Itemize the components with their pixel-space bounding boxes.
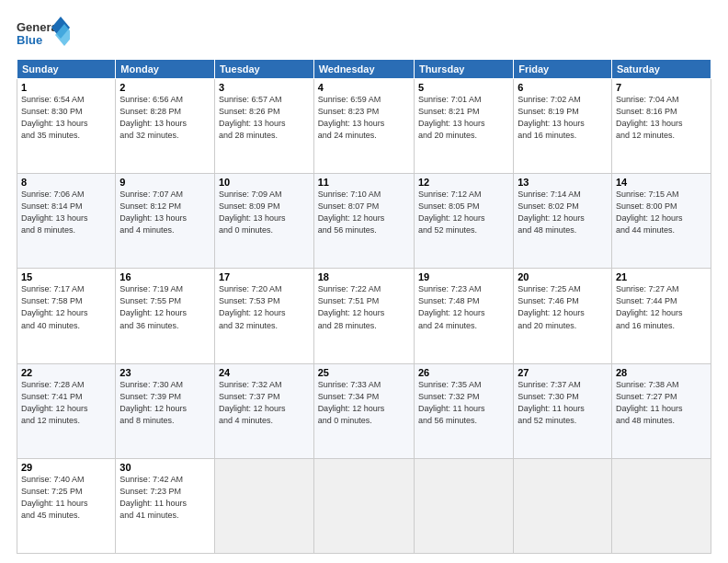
day-info: Sunrise: 7:32 AM Sunset: 7:37 PM Dayligh… <box>219 379 310 427</box>
day-info: Sunrise: 7:30 AM Sunset: 7:39 PM Dayligh… <box>119 379 210 427</box>
day-info: Sunrise: 6:57 AM Sunset: 8:26 PM Dayligh… <box>219 94 310 142</box>
day-number: 16 <box>119 271 210 282</box>
day-info: Sunrise: 7:20 AM Sunset: 7:53 PM Dayligh… <box>219 283 310 331</box>
day-number: 23 <box>119 367 210 378</box>
day-info: Sunrise: 6:54 AM Sunset: 8:30 PM Dayligh… <box>21 94 111 142</box>
calendar-week-4: 29Sunrise: 7:40 AM Sunset: 7:25 PM Dayli… <box>17 458 711 553</box>
day-number: 19 <box>418 271 509 282</box>
calendar-cell: 19Sunrise: 7:23 AM Sunset: 7:48 PM Dayli… <box>414 269 513 363</box>
calendar-cell: 24Sunrise: 7:32 AM Sunset: 7:37 PM Dayli… <box>214 363 313 458</box>
weekday-tuesday: Tuesday <box>214 60 313 79</box>
calendar-cell: 2Sunrise: 6:56 AM Sunset: 8:28 PM Daylig… <box>116 79 215 174</box>
calendar-cell: 25Sunrise: 7:33 AM Sunset: 7:34 PM Dayli… <box>313 363 414 458</box>
calendar-cell: 12Sunrise: 7:12 AM Sunset: 8:05 PM Dayli… <box>414 174 513 269</box>
day-number: 9 <box>119 177 210 188</box>
calendar-cell: 29Sunrise: 7:40 AM Sunset: 7:25 PM Dayli… <box>17 458 116 553</box>
calendar-cell: 30Sunrise: 7:42 AM Sunset: 7:23 PM Dayli… <box>116 458 215 553</box>
calendar-cell: 22Sunrise: 7:28 AM Sunset: 7:41 PM Dayli… <box>17 363 116 458</box>
weekday-thursday: Thursday <box>414 60 513 79</box>
svg-text:Blue: Blue <box>17 33 42 47</box>
day-info: Sunrise: 7:14 AM Sunset: 8:02 PM Dayligh… <box>518 189 608 236</box>
calendar-cell: 13Sunrise: 7:14 AM Sunset: 8:02 PM Dayli… <box>514 174 612 269</box>
day-info: Sunrise: 6:56 AM Sunset: 8:28 PM Dayligh… <box>119 94 210 142</box>
calendar-cell: 18Sunrise: 7:22 AM Sunset: 7:51 PM Dayli… <box>313 269 414 363</box>
day-info: Sunrise: 7:37 AM Sunset: 7:30 PM Dayligh… <box>518 379 608 427</box>
calendar-cell: 23Sunrise: 7:30 AM Sunset: 7:39 PM Dayli… <box>116 363 215 458</box>
day-info: Sunrise: 7:04 AM Sunset: 8:16 PM Dayligh… <box>616 94 707 142</box>
day-number: 25 <box>318 367 410 378</box>
day-number: 10 <box>219 177 310 188</box>
day-number: 27 <box>518 367 608 378</box>
calendar-week-0: 1Sunrise: 6:54 AM Sunset: 8:30 PM Daylig… <box>17 79 711 174</box>
calendar-cell: 16Sunrise: 7:19 AM Sunset: 7:55 PM Dayli… <box>116 269 215 363</box>
calendar-cell: 20Sunrise: 7:25 AM Sunset: 7:46 PM Dayli… <box>514 269 612 363</box>
calendar-cell: 8Sunrise: 7:06 AM Sunset: 8:14 PM Daylig… <box>17 174 116 269</box>
calendar-week-1: 8Sunrise: 7:06 AM Sunset: 8:14 PM Daylig… <box>17 174 711 269</box>
day-info: Sunrise: 7:06 AM Sunset: 8:14 PM Dayligh… <box>21 189 111 236</box>
day-info: Sunrise: 7:01 AM Sunset: 8:21 PM Dayligh… <box>418 94 509 142</box>
calendar-cell: 28Sunrise: 7:38 AM Sunset: 7:27 PM Dayli… <box>611 363 711 458</box>
day-number: 8 <box>21 177 111 188</box>
calendar-cell <box>514 458 612 553</box>
day-info: Sunrise: 7:09 AM Sunset: 8:09 PM Dayligh… <box>219 189 310 236</box>
weekday-header-row: SundayMondayTuesdayWednesdayThursdayFrid… <box>17 60 711 79</box>
day-number: 20 <box>518 271 608 282</box>
day-info: Sunrise: 7:12 AM Sunset: 8:05 PM Dayligh… <box>418 189 509 236</box>
day-number: 15 <box>21 271 111 282</box>
calendar-cell: 10Sunrise: 7:09 AM Sunset: 8:09 PM Dayli… <box>214 174 313 269</box>
day-number: 12 <box>418 177 509 188</box>
day-info: Sunrise: 7:23 AM Sunset: 7:48 PM Dayligh… <box>418 283 509 331</box>
day-info: Sunrise: 7:28 AM Sunset: 7:41 PM Dayligh… <box>21 379 111 427</box>
logo-svg: General Blue <box>17 17 70 52</box>
day-info: Sunrise: 7:17 AM Sunset: 7:58 PM Dayligh… <box>21 283 111 331</box>
day-number: 6 <box>518 82 608 93</box>
day-number: 7 <box>616 82 707 93</box>
calendar-cell: 21Sunrise: 7:27 AM Sunset: 7:44 PM Dayli… <box>611 269 711 363</box>
weekday-wednesday: Wednesday <box>313 60 414 79</box>
day-info: Sunrise: 7:10 AM Sunset: 8:07 PM Dayligh… <box>318 189 410 236</box>
day-info: Sunrise: 7:38 AM Sunset: 7:27 PM Dayligh… <box>616 379 707 427</box>
day-number: 11 <box>318 177 410 188</box>
day-info: Sunrise: 7:27 AM Sunset: 7:44 PM Dayligh… <box>616 283 707 331</box>
calendar-cell: 6Sunrise: 7:02 AM Sunset: 8:19 PM Daylig… <box>514 79 612 174</box>
day-info: Sunrise: 7:15 AM Sunset: 8:00 PM Dayligh… <box>616 189 707 236</box>
calendar-cell: 9Sunrise: 7:07 AM Sunset: 8:12 PM Daylig… <box>116 174 215 269</box>
day-info: Sunrise: 7:33 AM Sunset: 7:34 PM Dayligh… <box>318 379 410 427</box>
calendar-cell <box>313 458 414 553</box>
day-number: 5 <box>418 82 509 93</box>
day-number: 22 <box>21 367 111 378</box>
calendar-cell <box>611 458 711 553</box>
day-number: 3 <box>219 82 310 93</box>
calendar-cell: 5Sunrise: 7:01 AM Sunset: 8:21 PM Daylig… <box>414 79 513 174</box>
weekday-friday: Friday <box>514 60 612 79</box>
day-info: Sunrise: 7:35 AM Sunset: 7:32 PM Dayligh… <box>418 379 509 427</box>
day-number: 21 <box>616 271 707 282</box>
calendar-week-2: 15Sunrise: 7:17 AM Sunset: 7:58 PM Dayli… <box>17 269 711 363</box>
day-number: 17 <box>219 271 310 282</box>
calendar-cell: 11Sunrise: 7:10 AM Sunset: 8:07 PM Dayli… <box>313 174 414 269</box>
day-number: 24 <box>219 367 310 378</box>
day-number: 18 <box>318 271 410 282</box>
day-info: Sunrise: 7:40 AM Sunset: 7:25 PM Dayligh… <box>21 474 111 522</box>
day-info: Sunrise: 6:59 AM Sunset: 8:23 PM Dayligh… <box>318 94 410 142</box>
day-info: Sunrise: 7:02 AM Sunset: 8:19 PM Dayligh… <box>518 94 608 142</box>
calendar-cell: 4Sunrise: 6:59 AM Sunset: 8:23 PM Daylig… <box>313 79 414 174</box>
calendar-cell: 7Sunrise: 7:04 AM Sunset: 8:16 PM Daylig… <box>611 79 711 174</box>
weekday-saturday: Saturday <box>611 60 711 79</box>
calendar-cell <box>214 458 313 553</box>
calendar-week-3: 22Sunrise: 7:28 AM Sunset: 7:41 PM Dayli… <box>17 363 711 458</box>
day-info: Sunrise: 7:42 AM Sunset: 7:23 PM Dayligh… <box>119 474 210 522</box>
weekday-sunday: Sunday <box>17 60 116 79</box>
header: General Blue <box>17 17 711 52</box>
calendar-cell: 27Sunrise: 7:37 AM Sunset: 7:30 PM Dayli… <box>514 363 612 458</box>
calendar-table: SundayMondayTuesdayWednesdayThursdayFrid… <box>17 59 711 554</box>
calendar-cell <box>414 458 513 553</box>
logo: General Blue <box>17 17 70 52</box>
calendar-cell: 14Sunrise: 7:15 AM Sunset: 8:00 PM Dayli… <box>611 174 711 269</box>
day-number: 4 <box>318 82 410 93</box>
day-info: Sunrise: 7:19 AM Sunset: 7:55 PM Dayligh… <box>119 283 210 331</box>
day-number: 1 <box>21 82 111 93</box>
weekday-monday: Monday <box>116 60 215 79</box>
calendar-cell: 3Sunrise: 6:57 AM Sunset: 8:26 PM Daylig… <box>214 79 313 174</box>
day-info: Sunrise: 7:25 AM Sunset: 7:46 PM Dayligh… <box>518 283 608 331</box>
